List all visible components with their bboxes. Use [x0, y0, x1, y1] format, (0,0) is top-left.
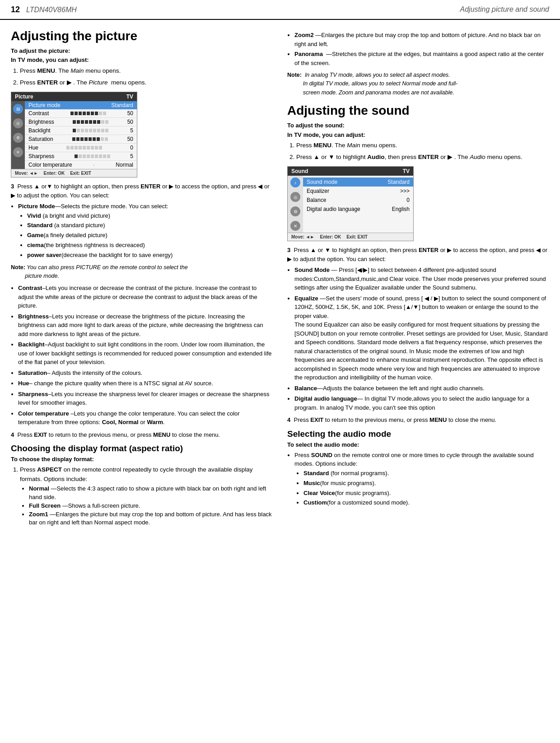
model-name: LTDN40V86MH: [26, 6, 77, 14]
display-format-instruct: To choose the display format:: [11, 455, 273, 463]
sound-mode-item: Sound Mode — Press [◀/▶] to select betwe…: [294, 266, 549, 292]
panorama-item: Panorama —Stretches the picture at the e…: [294, 50, 549, 67]
sound-menu-rows: Sound mode Standard Equalizer >>> Balanc…: [303, 176, 413, 233]
sound-menu-mockup: Sound TV ♪ ◎ ⚙ ✕ Sound mode Standard Equ…: [287, 166, 414, 241]
picture-mode-label: Picture mode: [28, 102, 61, 108]
audio-mode-title: Selecting the audio mode: [287, 429, 549, 439]
menu-key: MENU: [37, 67, 55, 74]
custiom-audio: Custiom(for a customized sound mode).: [303, 499, 549, 507]
step-2: Press ENTER or ▶ . The Picture menu open…: [20, 78, 273, 87]
audio-mode-section: Selecting the audio mode To select the a…: [287, 429, 549, 508]
sound-icon-2: ◎: [290, 192, 300, 202]
sound-step3: 3 Press ▲ or ▼ to highlight an option, t…: [287, 246, 549, 263]
audio-mode-press-sound: Press SOUND on the remote control one or…: [294, 451, 549, 507]
menu-row-contrast: Contrast 50: [25, 109, 137, 118]
picture-menu-header-left: Picture: [15, 93, 33, 100]
sound-icon-4: ✕: [290, 221, 300, 231]
display-format-steps: Press ASPECT on the remote control repea…: [20, 465, 273, 527]
main-menu-ref: Main: [70, 67, 84, 74]
sound-menu-header: Sound TV: [288, 167, 413, 176]
sound-menu-icon-col: ♪ ◎ ⚙ ✕ Sound mode Standard Equalizer >>…: [288, 176, 413, 233]
audio-mode-outer-list: Press SOUND on the remote control one or…: [294, 451, 549, 507]
pic-icon-1: ▤: [13, 104, 23, 114]
standard-option: Standard (a standard picture): [27, 221, 273, 230]
menu-row-color-temp: Color temperature · Normal: [25, 161, 137, 169]
settings-desc-list: Contrast–Lets you increase or decrease t…: [18, 284, 273, 427]
picture-mode-sub-list: Vivid (a bright and vivid picture) Stand…: [27, 212, 273, 260]
pic-icon-4: ✕: [13, 147, 23, 157]
picture-menu-ref: Picture: [89, 79, 108, 86]
menu-row-saturation: Saturation 50: [25, 135, 137, 144]
brightness-desc: Brightness–Lets you increase or decrease…: [18, 312, 273, 339]
content-wrapper: Adjusting the picture To adjust the pict…: [0, 20, 560, 539]
menu-row-backlight: Backlight 5: [25, 126, 137, 135]
equalizer-row: Equalizer >>>: [303, 187, 413, 196]
analog-note: Note: In analog TV mode, allows you to s…: [287, 71, 549, 97]
pic-icon-2: ◎: [13, 118, 23, 128]
adjust-picture-title: Adjusting the picture: [11, 29, 273, 43]
picture-mode-list: Picture Mode—Selects the picture mode. Y…: [18, 202, 273, 260]
music-audio: Music(for music programs).: [303, 479, 549, 488]
hue-desc: Hue– change the picture quality when the…: [18, 379, 273, 388]
page-header: 12 LTDN40V86MH Adjusting picture and sou…: [0, 0, 560, 20]
power-saver-option: power saver(decrease the backlight for t…: [27, 251, 273, 260]
clear-voice-audio: Clear Voice(for music programs).: [303, 489, 549, 498]
color-temp-desc: Color temperature –Lets you change the c…: [18, 409, 273, 427]
zoom-panorama-list: Zoom2 —Enlarges the picture but may crop…: [294, 31, 549, 67]
digital-audio-row: Digital audio language English: [303, 205, 413, 214]
contrast-desc: Contrast–Lets you increase or decrease t…: [18, 284, 273, 310]
aspect-options: Normal —Selects the 4:3 aspect ratio to …: [29, 485, 273, 527]
picture-icons: ▤ ◎ ⚙ ✕: [11, 101, 25, 169]
instruct-heading-1: To adjust the picture:: [11, 47, 273, 55]
step4-left: 4 Press EXIT to return to the previous m…: [11, 430, 273, 439]
sound-steps: Press MENU. The Main menu opens. Press ▲…: [296, 141, 549, 162]
ciema-option: ciema(the brightness rightness is decrea…: [27, 241, 273, 250]
picture-mode-highlight: Picture mode Standard: [25, 101, 137, 109]
enter-key: ENTER: [37, 79, 58, 86]
display-format-title: Choosing the display format (aspect rati…: [11, 444, 273, 453]
picture-menu-mockup: Picture TV ▤ ◎ ⚙ ✕ Picture mode Standard: [11, 92, 137, 178]
header-title: Adjusting picture and sound: [460, 5, 549, 14]
fullscreen-aspect: Full Screen —Shows a full-screen picture…: [29, 502, 273, 510]
balance-row: Balance 0: [303, 196, 413, 205]
aspect-step-1: Press ASPECT on the remote control repea…: [20, 465, 273, 527]
step-1: Press MENU. The Main menu opens.: [20, 66, 273, 75]
sound-step4: 4 Press EXIT to return to the previous m…: [287, 416, 549, 425]
sound-instruct-1: To adjust the sound:: [287, 121, 549, 130]
vivid-option: Vivid (a bright and vivid picture): [27, 212, 273, 220]
step3-paragraph: 3 Press ▲ or▼ to highlight an option, th…: [11, 182, 273, 200]
instruct-heading-2: In TV mode, you can adjust:: [11, 56, 273, 64]
pic-icon-3: ⚙: [13, 133, 23, 143]
sound-step-2: Press ▲ or ▼ to highlight Audio, then pr…: [296, 153, 549, 162]
sound-icons: ♪ ◎ ⚙ ✕: [288, 176, 303, 233]
sharpness-desc: Sharpness–Lets you increase the sharpnes…: [18, 390, 273, 407]
picture-mode-item: Picture Mode—Selects the picture mode. Y…: [18, 202, 273, 260]
balance-item: Balance—Adjusts the balance between the …: [294, 384, 549, 393]
sound-menu-footer: Move: ◄► Enter: OK Exit: EXIT: [288, 233, 413, 241]
backlight-desc: Backlight–Adjust backlight to suit light…: [18, 340, 273, 367]
picture-menu-rows-wrapper: Picture mode Standard Contrast 50 Bright…: [25, 101, 137, 169]
game-option: Game(a finely detailed picture): [27, 231, 273, 240]
adjust-sound-title: Adjusting the sound: [287, 103, 549, 118]
normal-aspect: Normal —Selects the 4:3 aspect ratio to …: [29, 485, 273, 502]
zoom2-item: Zoom2 —Enlarges the picture but may crop…: [294, 31, 549, 48]
saturation-desc: Saturation– Adjusts the intensity of the…: [18, 369, 273, 378]
picture-mode-value: Standard: [111, 102, 133, 108]
digital-audio-item: Digital audio language— In digital TV mo…: [294, 394, 549, 412]
sound-items-list: Sound Mode — Press [◀/▶] to select betwe…: [294, 266, 549, 412]
menu-row-brightness: Brightness 50: [25, 118, 137, 126]
picture-menu-header-right: TV: [126, 93, 133, 100]
left-column: Adjusting the picture To adjust the pict…: [11, 29, 273, 530]
sound-icon-1: ♪: [290, 178, 300, 187]
sound-instruct-2: In TV mode, you can adjust:: [287, 131, 549, 139]
page-number: 12: [11, 5, 20, 14]
sound-menu-header-left: Sound: [291, 168, 308, 174]
standard-audio: Standard (for normal programs).: [303, 469, 549, 478]
audio-mode-options: Standard (for normal programs). Music(fo…: [303, 469, 549, 507]
sound-mode-row: Sound mode Standard: [303, 178, 413, 187]
menu-row-sharpness: Sharpness 5: [25, 152, 137, 161]
menu-row-hue: Hue 0: [25, 144, 137, 152]
picture-menu-footer: Move: ◄► Enter: OK Exit: EXIT: [11, 169, 137, 177]
picture-menu-inner: ▤ ◎ ⚙ ✕ Picture mode Standard Contrast: [11, 101, 137, 169]
sound-icon-3: ⚙: [290, 206, 300, 216]
